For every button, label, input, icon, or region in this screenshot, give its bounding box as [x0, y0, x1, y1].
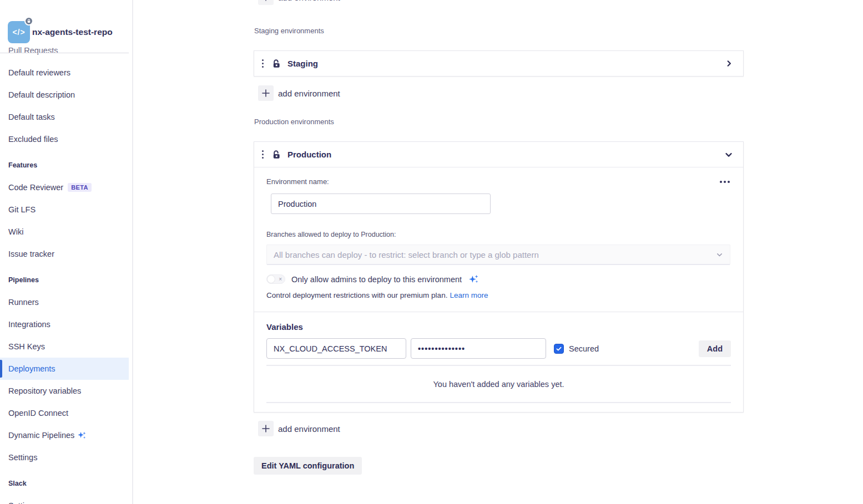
add-variable-button[interactable]: Add: [699, 340, 731, 357]
variables-divider: [266, 402, 731, 403]
plus-icon: [258, 421, 274, 436]
sidebar-item-issue-tracker[interactable]: Issue tracker: [0, 243, 129, 265]
sidebar-item-default-description[interactable]: Default description: [0, 84, 129, 106]
variables-section: Variables Secured Add You haven't added …: [254, 312, 743, 412]
sidebar-item-runners[interactable]: Runners: [0, 291, 129, 313]
staging-card-title: Staging: [287, 59, 318, 68]
drag-handle-icon[interactable]: [258, 148, 268, 161]
branch-select-placeholder: All branches can deploy - to restrict: s…: [274, 250, 716, 259]
sidebar-header-slack: Slack: [0, 472, 132, 495]
sidebar-nav: Pull Requests Default reviewers Default …: [0, 39, 132, 504]
variable-name-input[interactable]: [266, 338, 406, 359]
environment-name-label: Environment name:: [266, 177, 329, 186]
secured-label: Secured: [569, 344, 599, 353]
toggle-cross-icon: ×: [279, 276, 282, 283]
premium-plan-text: Control deployment restrictions with our…: [266, 291, 447, 299]
sidebar-item-ssh-keys[interactable]: SSH Keys: [0, 335, 129, 358]
sidebar-item-pull-requests[interactable]: Pull Requests: [0, 39, 129, 62]
variables-heading: Variables: [266, 322, 731, 332]
sidebar-divider: [0, 53, 129, 53]
chevron-down-icon: [716, 251, 723, 258]
production-environments-label: Production environments: [254, 118, 744, 126]
environment-name-input[interactable]: [271, 194, 491, 214]
plus-icon: [258, 85, 274, 101]
production-environment-card: Production Environment name: Branches al…: [254, 141, 744, 413]
plus-icon: [258, 0, 274, 5]
admins-only-toggle[interactable]: ×: [266, 274, 285, 284]
clipped-top-row: add environment: [254, 0, 744, 5]
expand-staging-button[interactable]: [723, 57, 735, 70]
collapse-production-button[interactable]: [722, 148, 735, 161]
unlock-icon: [271, 59, 281, 69]
sidebar-item-code-reviewer[interactable]: Code Reviewer BETA: [0, 176, 129, 198]
sidebar-item-deployments[interactable]: Deployments: [0, 358, 129, 380]
variables-divider: [266, 365, 731, 366]
sparkles-icon: [468, 273, 480, 285]
sidebar-item-integrations[interactable]: Integrations: [0, 313, 129, 335]
variables-empty-message: You haven't added any variables yet.: [266, 380, 731, 389]
sparkles-icon: [77, 430, 87, 441]
more-icon[interactable]: [719, 177, 731, 186]
branches-allowed-label: Branches allowed to deploy to Production…: [266, 231, 731, 238]
sidebar-item-slack-settings[interactable]: Settings: [0, 495, 129, 504]
drag-handle-icon[interactable]: [258, 57, 268, 70]
chevron-right-icon: [725, 59, 733, 68]
sidebar-item-dynamic-pipelines[interactable]: Dynamic Pipelines: [0, 424, 129, 446]
add-staging-environment-button[interactable]: add environment: [258, 85, 744, 101]
sidebar-item-wiki[interactable]: Wiki: [0, 221, 129, 243]
unlock-icon: [271, 150, 281, 160]
production-card-title: Production: [287, 150, 331, 159]
checkbox-check-icon: [556, 345, 562, 352]
chevron-down-icon: [724, 150, 733, 159]
staging-card-header[interactable]: Staging: [254, 51, 743, 76]
sidebar-header-pipelines: Pipelines: [0, 269, 132, 291]
admins-only-label: Only allow admins to deploy to this envi…: [291, 275, 462, 284]
repo-name: nx-agents-test-repo: [32, 27, 113, 37]
sidebar-item-repository-variables[interactable]: Repository variables: [0, 380, 129, 402]
sidebar-header-features: Features: [0, 154, 132, 176]
learn-more-link[interactable]: Learn more: [450, 291, 488, 299]
variable-value-input[interactable]: [411, 338, 546, 359]
sidebar-item-default-reviewers[interactable]: Default reviewers: [0, 62, 129, 84]
staging-environments-label: Staging environments: [254, 27, 744, 35]
repo-avatar-icon: </>: [12, 28, 25, 37]
production-card-header[interactable]: Production: [254, 142, 743, 167]
secured-checkbox[interactable]: [554, 344, 564, 354]
edit-yaml-configuration-button[interactable]: Edit YAML configuration: [254, 457, 362, 475]
private-lock-badge-icon: [24, 17, 33, 26]
add-production-environment-button[interactable]: add environment: [258, 421, 744, 436]
production-card-body: Environment name: Branches allowed to de…: [254, 167, 743, 312]
sidebar-item-openid-connect[interactable]: OpenID Connect: [0, 402, 129, 424]
sidebar-item-pipelines-settings[interactable]: Settings: [0, 446, 129, 469]
sidebar-item-git-lfs[interactable]: Git LFS: [0, 198, 129, 221]
beta-badge: BETA: [68, 183, 92, 192]
add-environment-button-test[interactable]: add environment: [258, 0, 744, 5]
branch-restriction-select[interactable]: All branches can deploy - to restrict: s…: [266, 245, 730, 265]
settings-sidebar: </> nx-agents-test-repo Pull Requests De…: [0, 0, 133, 504]
staging-environment-card: Staging: [254, 50, 744, 77]
sidebar-item-excluded-files[interactable]: Excluded files: [0, 128, 129, 150]
deployments-main: add environment Staging environments Sta…: [133, 0, 863, 504]
sidebar-item-default-tasks[interactable]: Default tasks: [0, 106, 129, 128]
